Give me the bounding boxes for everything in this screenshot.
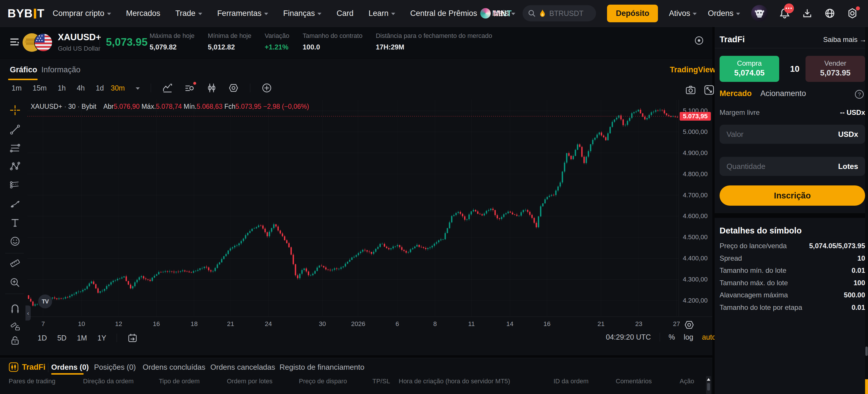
text-tool-icon[interactable] — [9, 217, 21, 229]
scrollbar-thumb[interactable] — [707, 383, 710, 391]
orders-tab-ordens-conclu-das[interactable]: Ordens concluídas — [143, 363, 206, 372]
nav-item-ordens[interactable]: Ordens — [708, 9, 740, 18]
nav-item-learn[interactable]: Learn — [369, 9, 395, 18]
timeframe-1m[interactable]: 1m — [11, 84, 22, 92]
chart-settings-icon[interactable] — [228, 83, 239, 93]
timeframe-15m[interactable]: 15m — [33, 84, 47, 92]
price-axis[interactable]: 5.100,005.000,004.900,004.800,004.700,00… — [679, 100, 713, 316]
crosshair-icon[interactable] — [9, 104, 21, 116]
orders-column-coment-rios: Comentários — [616, 377, 652, 385]
timeframe-1d[interactable]: 1d — [96, 84, 104, 92]
buy-button[interactable]: Compra 5,074.05 — [720, 56, 779, 82]
tab-mercado[interactable]: Mercado — [720, 89, 752, 98]
trade-panel-title: TradFi — [720, 35, 745, 44]
percent-scale-button[interactable]: % — [669, 333, 675, 341]
page-scrollbar[interactable] — [865, 27, 868, 394]
magnet-icon[interactable] — [9, 303, 21, 315]
avatar[interactable] — [751, 5, 768, 22]
screenshot-camera-icon[interactable] — [685, 85, 696, 95]
help-icon[interactable]: ? — [854, 89, 865, 100]
lock-icon[interactable] — [9, 335, 21, 346]
timeframe-1h[interactable]: 1h — [58, 84, 66, 92]
download-button[interactable] — [802, 7, 813, 19]
trend-line-icon[interactable] — [9, 124, 21, 135]
symbol-menu-icon[interactable] — [8, 36, 21, 48]
nav-item-ferramentas[interactable]: Ferramentas — [217, 9, 268, 18]
indicators-icon[interactable] — [184, 83, 195, 93]
tradingview-watermark[interactable]: TV — [38, 294, 52, 308]
nav-item-finan-as[interactable]: Finanças — [283, 9, 322, 18]
mnt-token[interactable]: MNT — [480, 8, 512, 19]
tab-informacao[interactable]: Informação — [41, 65, 81, 74]
quantity-input[interactable]: Quantidade Lotes — [720, 157, 865, 176]
chart-type-icon[interactable] — [162, 83, 173, 93]
zoom-in-icon[interactable] — [9, 277, 21, 288]
range-1D[interactable]: 1D — [38, 334, 47, 342]
nav-item-ativos[interactable]: Ativos — [669, 9, 697, 18]
tradfi-brand[interactable]: TradFi — [9, 362, 45, 372]
language-globe-button[interactable] — [824, 7, 836, 19]
notifications-button[interactable]: ••• — [779, 7, 790, 19]
nav-item-label: Card — [337, 9, 353, 18]
divider — [5, 294, 24, 294]
deposit-button[interactable]: Depósito — [607, 5, 658, 22]
add-alert-icon[interactable] — [261, 83, 272, 93]
chevron-down-icon[interactable] — [136, 87, 140, 90]
tradingview-link[interactable]: TradingView — [670, 65, 716, 74]
learn-more-link[interactable]: Saiba mais → — [823, 36, 866, 44]
settings-gear-button[interactable] — [846, 7, 858, 19]
pattern-xabcd-icon[interactable] — [9, 160, 21, 172]
symbol-icon — [23, 33, 53, 52]
value-input[interactable]: Valor USDx — [720, 125, 865, 144]
nav-item-central-de-pr-mios[interactable]: Central de Prêmios — [410, 9, 477, 18]
scroll-up-icon[interactable] — [707, 378, 710, 381]
x-tick-label: 21 — [227, 320, 234, 328]
orders-tab-registo-de-financiamento[interactable]: Registo de financiamento — [279, 363, 364, 372]
symbol-block[interactable]: XAUUSD+ Gold US Dollar — [58, 32, 101, 52]
x-tick-label: 6 — [396, 320, 399, 328]
chart-clock[interactable]: 04:29:20 UTC — [606, 333, 651, 341]
top-nav: BYBT Comprar criptoMercadosTradeFerramen… — [0, 0, 868, 27]
bybit-logo[interactable]: BYBT — [7, 7, 44, 20]
ticker-collapse-icon[interactable] — [693, 35, 705, 46]
fib-retracement-icon[interactable] — [9, 142, 21, 154]
ruler-icon[interactable] — [9, 258, 21, 269]
brush-icon[interactable] — [9, 198, 21, 210]
compare-icon[interactable] — [206, 83, 217, 93]
timeframe-4h[interactable]: 4h — [77, 84, 85, 92]
tab-grafico[interactable]: Gráfico — [10, 65, 37, 74]
range-1Y[interactable]: 1Y — [97, 334, 106, 342]
price-chart[interactable] — [28, 100, 679, 316]
ohlc-legend[interactable]: XAUUSD+ · 30 · Bybit Abr5.076,90 Máx.5.0… — [31, 103, 309, 110]
nav-item-comprar-cripto[interactable]: Comprar cripto — [53, 9, 111, 18]
projection-icon[interactable] — [9, 179, 21, 190]
log-scale-button[interactable]: log — [684, 333, 693, 341]
nav-item-card[interactable]: Card — [337, 9, 353, 18]
nav-item-trade[interactable]: Trade — [175, 9, 202, 18]
chevron-down-icon — [317, 13, 321, 15]
fullscreen-icon[interactable] — [704, 85, 715, 95]
timeframe-selected[interactable]: 30m — [111, 84, 125, 92]
orders-tab-ordens-canceladas[interactable]: Ordens canceladas — [210, 363, 275, 372]
orders-scrollbar[interactable] — [706, 376, 711, 394]
detail-row-tamanho-do-lote-por-etapa: Tamanho do lote por etapa0.01 — [720, 303, 865, 311]
axis-settings-icon[interactable] — [683, 319, 695, 331]
auto-scale-button[interactable]: auto — [702, 333, 716, 341]
divider — [250, 84, 250, 92]
page-scrollbar-thumb[interactable] — [865, 347, 868, 356]
nav-item-mercados[interactable]: Mercados — [126, 9, 161, 18]
subscribe-button[interactable]: Inscrição — [720, 186, 865, 206]
buy-price: 5,074.05 — [720, 69, 779, 77]
search-input[interactable]: BTRUSDT — [523, 5, 596, 22]
detail-value: 10 — [857, 254, 865, 262]
time-axis[interactable]: 710121618212430202668111416212327 — [28, 317, 712, 330]
emoji-tool-icon[interactable] — [9, 235, 21, 247]
draw-lock-icon[interactable] — [9, 320, 21, 331]
range-1M[interactable]: 1M — [77, 334, 87, 342]
orders-tab-posi-es-0[interactable]: Posições (0) — [94, 363, 136, 372]
sell-button[interactable]: Vender 5,073.95 — [806, 56, 865, 82]
range-5D[interactable]: 5D — [57, 334, 66, 342]
go-to-date-icon[interactable] — [127, 333, 138, 343]
orders-tab-ordens-0[interactable]: Ordens (0) — [51, 363, 89, 372]
tab-acionamento[interactable]: Acionamento — [761, 89, 806, 98]
